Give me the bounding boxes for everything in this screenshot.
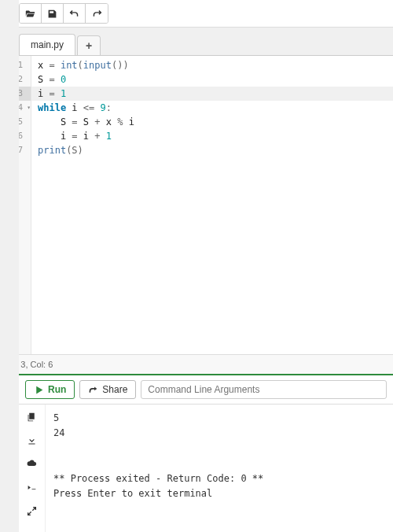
terminal-icon[interactable] [25,480,39,494]
copy-icon[interactable] [25,409,39,423]
code-line[interactable]: i = 1 [31,87,393,101]
terminal-output[interactable]: 5 24 ** Process exited - Return Code: 0 … [46,405,393,532]
status-bar: Ln: 3, Col: 6 [0,354,393,374]
code-area[interactable]: x = int(input())S = 0i = 1while i <= 9: … [31,56,393,354]
run-label: Run [48,384,66,395]
fold-marker-icon[interactable]: ▾ [27,101,31,115]
folder-open-icon [25,9,35,19]
tab-add-button[interactable]: + [77,35,101,55]
code-line[interactable]: while i <= 9: [31,101,393,115]
play-icon [34,385,44,395]
share-label: Share [102,384,127,395]
code-line[interactable]: x = int(input()) [31,58,393,72]
tab-main[interactable]: main.py [19,34,75,55]
code-editor[interactable]: 1234▾567 x = int(input())S = 0i = 1while… [0,55,393,354]
code-line[interactable]: S = 0 [31,72,393,87]
undo-button[interactable] [64,4,86,23]
tabs: main.py + [19,34,393,55]
save-button[interactable] [42,4,64,23]
download-icon[interactable] [25,433,39,447]
redo-button[interactable] [86,4,108,23]
code-line[interactable]: S = S + x % i [31,115,393,129]
run-button[interactable]: Run [25,380,75,399]
command-line-input[interactable] [141,380,387,399]
open-button[interactable] [20,4,42,23]
code-line[interactable]: i = i + 1 [31,129,393,143]
toolbar [19,0,393,28]
undo-icon [69,9,79,19]
terminal-sidebar [19,405,46,532]
save-icon [47,9,57,19]
action-bar: Run Share [19,374,393,405]
share-icon [88,385,98,395]
share-button[interactable]: Share [79,380,136,399]
terminal-panel: 5 24 ** Process exited - Return Code: 0 … [19,405,393,532]
code-line[interactable]: print(S) [31,143,393,157]
cloud-icon[interactable] [25,456,39,471]
redo-icon [92,9,102,19]
expand-icon[interactable] [25,504,39,518]
